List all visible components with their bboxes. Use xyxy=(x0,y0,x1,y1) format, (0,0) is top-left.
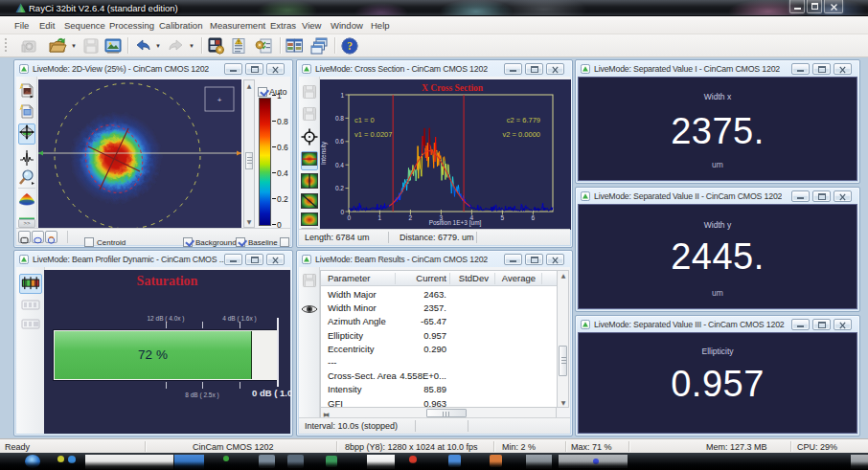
language-bar[interactable] xyxy=(559,455,628,468)
camera-capture-button[interactable] xyxy=(20,36,39,56)
column-separator[interactable] xyxy=(541,273,542,284)
window-close-button[interactable] xyxy=(834,319,852,330)
save-button[interactable] xyxy=(81,36,101,56)
window-maximize-button[interactable] xyxy=(245,254,263,265)
window-close-button[interactable] xyxy=(834,190,852,202)
table-row[interactable]: Cross-Sect. Area4.558E+0... xyxy=(321,369,557,383)
window-close-button[interactable] xyxy=(266,63,285,75)
column-header-parameter[interactable]: Parameter xyxy=(328,273,370,283)
tray-icon[interactable] xyxy=(526,455,552,469)
tile-windows-button[interactable] xyxy=(285,36,304,56)
window-minimize-button[interactable] xyxy=(791,319,810,330)
baseline-checkbox[interactable]: Baseline xyxy=(236,232,278,248)
table-row[interactable]: Width Major2463. xyxy=(321,288,557,302)
menu-processing[interactable]: Processing xyxy=(109,20,154,31)
export-view-button[interactable] xyxy=(103,36,123,56)
show-desktop-button[interactable] xyxy=(851,455,868,469)
view-2d-colormap-button[interactable] xyxy=(18,211,35,218)
window-maximize-button[interactable] xyxy=(525,63,543,75)
cascade-windows-button[interactable] xyxy=(309,36,329,56)
maximize-button[interactable] xyxy=(807,0,822,13)
window-minimize-button[interactable] xyxy=(224,63,242,75)
tray-icon[interactable] xyxy=(326,456,337,467)
column-header-stddev[interactable]: StdDev xyxy=(438,273,489,283)
scroll-right-icon[interactable]: ▶ xyxy=(322,411,330,417)
table-row[interactable]: Width Minor2357. xyxy=(321,302,557,315)
copy-view-page-button[interactable] xyxy=(18,102,35,120)
column-separator[interactable] xyxy=(449,273,450,284)
move-crosshair-button[interactable] xyxy=(18,123,35,145)
table-row[interactable]: Eccentricity0.290 xyxy=(321,343,557,356)
undo-button[interactable] xyxy=(133,36,152,56)
window-minimize-button[interactable] xyxy=(791,190,810,202)
saturation-meter-button[interactable] xyxy=(19,274,42,294)
redo-dropdown-arrow[interactable]: ▼ xyxy=(189,43,196,49)
redo-button[interactable] xyxy=(167,36,186,56)
measure-checklist-button[interactable] xyxy=(255,36,274,56)
window-minimize-button[interactable] xyxy=(504,254,522,265)
close-button[interactable] xyxy=(824,0,843,13)
save-profile-button[interactable] xyxy=(301,83,318,100)
column-header-average[interactable]: Average xyxy=(485,273,536,283)
view-3d-cone-button[interactable] xyxy=(18,192,35,208)
window-minimize-button[interactable] xyxy=(791,63,810,75)
tray-icon[interactable] xyxy=(490,455,502,467)
window-close-button[interactable] xyxy=(546,63,564,75)
window-titlebar[interactable]: LiveMode: Cross Section - CinCam CMOS 12… xyxy=(299,61,570,76)
menu-edit[interactable]: Edit xyxy=(39,20,55,31)
save-all-button[interactable] xyxy=(301,105,318,122)
section-vertical-button[interactable] xyxy=(301,173,318,190)
window-titlebar[interactable]: LiveMode: Beam Profiler Dynamic - CinCam… xyxy=(16,252,290,266)
quicklaunch-icon[interactable] xyxy=(68,456,76,463)
tray-icon[interactable] xyxy=(287,455,304,468)
window-titlebar[interactable]: LiveMode: 2D-View (25%) - CinCam CMOS 12… xyxy=(16,61,290,76)
window-titlebar[interactable]: LiveMode: Separated Value II - CinCam CM… xyxy=(578,189,857,203)
menu-extras[interactable]: Extras xyxy=(270,20,296,31)
visibility-eye-button[interactable] xyxy=(301,302,318,315)
menu-calibration[interactable]: Calibration xyxy=(159,20,202,31)
scroll-up-icon[interactable]: ▲ xyxy=(560,272,567,279)
rect-marker-button[interactable] xyxy=(18,231,31,243)
scrollbar-thumb[interactable] xyxy=(245,152,253,169)
menu-view[interactable]: View xyxy=(302,20,321,31)
column-separator[interactable] xyxy=(494,273,495,284)
scroll-down-icon[interactable]: ▼ xyxy=(245,218,253,225)
beam-2d-canvas[interactable]: + xyxy=(38,79,241,228)
taskbar-window-button[interactable] xyxy=(174,455,204,470)
crosshair-target-button[interactable] xyxy=(301,128,318,146)
open-folder-button[interactable] xyxy=(48,36,67,56)
scrollbar-thumb[interactable] xyxy=(559,346,567,376)
process-window-button[interactable] xyxy=(207,36,226,56)
table-vertical-scrollbar[interactable]: ▲ ▼ xyxy=(557,270,569,408)
tray-icon[interactable] xyxy=(409,456,417,463)
menu-window[interactable]: Window xyxy=(331,20,363,31)
table-row[interactable]: Azimuth Angle-65.47 xyxy=(321,315,557,328)
menu-file[interactable]: File xyxy=(14,20,29,31)
help-button[interactable]: ? xyxy=(340,36,359,56)
report-page-button[interactable] xyxy=(230,36,249,56)
window-close-button[interactable] xyxy=(834,63,852,75)
profile-line-button[interactable] xyxy=(18,149,35,165)
ellipse-marker-button[interactable] xyxy=(32,231,44,243)
scrollbar-thumb[interactable] xyxy=(426,409,467,417)
table-row[interactable]: --- xyxy=(321,356,557,369)
tray-icon[interactable] xyxy=(259,455,275,468)
section-major-axis-button[interactable] xyxy=(301,193,318,211)
window-maximize-button[interactable] xyxy=(812,319,831,330)
extra-checkbox[interactable] xyxy=(280,232,289,248)
expand-more-button[interactable]: >> xyxy=(18,219,35,228)
window-titlebar[interactable]: LiveMode: Beam Results - CinCam CMOS 120… xyxy=(299,252,570,266)
beam-canvas-scrollbar[interactable]: ▲ ▼ xyxy=(243,79,255,228)
beam-results-table[interactable]: Parameter Current StdDev Average Width M… xyxy=(320,270,557,408)
table-row[interactable]: GFI0.963 xyxy=(321,397,557,408)
scroll-down-icon[interactable]: ▼ xyxy=(560,399,567,406)
undo-dropdown-arrow[interactable]: ▼ xyxy=(155,43,163,49)
toolbar-drag-handle[interactable] xyxy=(5,38,7,54)
window-maximize-button[interactable] xyxy=(812,63,831,75)
column-separator[interactable] xyxy=(395,273,396,284)
window-minimize-button[interactable] xyxy=(224,254,242,265)
window-minimize-button[interactable] xyxy=(504,63,522,75)
scroll-up-icon[interactable]: ▲ xyxy=(245,82,253,89)
table-row[interactable]: Intensity85.89 xyxy=(321,383,557,396)
taskbar-window-button[interactable] xyxy=(85,455,173,470)
